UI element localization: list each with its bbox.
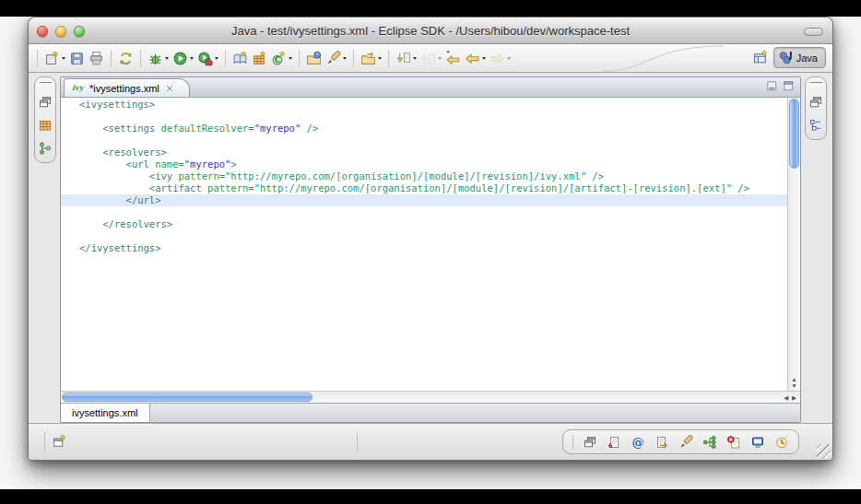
toolbar-separator [111, 50, 112, 67]
dropdown-arrow-icon[interactable] [507, 57, 511, 60]
svg-text:ivy: ivy [72, 83, 85, 92]
horizontal-scrollbar-arrows[interactable]: ◀ ▶ [784, 394, 797, 402]
toolbar-separator [140, 50, 141, 67]
last-edit-location-button[interactable]: * [443, 49, 463, 68]
status-bar: @ [29, 423, 832, 460]
run-button[interactable] [171, 49, 195, 68]
right-fastview-tray [805, 76, 827, 140]
error-log-icon[interactable] [726, 435, 741, 450]
new-java-project-button[interactable] [230, 49, 250, 68]
close-tab-icon[interactable] [165, 84, 174, 93]
workbench-area: ivy *ivysettings.xml <ivysettings> <sett… [29, 73, 832, 423]
import-button[interactable] [359, 49, 383, 68]
new-java-package-button[interactable] [250, 49, 269, 68]
svg-text:J: J [788, 50, 793, 60]
code-line [61, 135, 787, 147]
editor-tab[interactable]: ivy *ivysettings.xml [64, 78, 190, 97]
code-line: <ivy pattern="http://myrepo.com/[organis… [61, 170, 787, 182]
toolbar-separator [225, 50, 226, 67]
outline-view-icon[interactable] [808, 118, 823, 133]
problems-icon[interactable] [607, 435, 621, 450]
save-button[interactable] [67, 49, 87, 68]
dropdown-arrow-icon[interactable] [165, 57, 169, 60]
minimize-window-button[interactable] [55, 26, 66, 37]
dropdown-arrow-icon[interactable] [190, 57, 194, 60]
right-fastview-bar [804, 76, 828, 423]
editor-page-tabs: ivysettings.xml [61, 403, 800, 422]
grid-view-icon[interactable] [38, 118, 53, 133]
javadoc-icon[interactable]: @ [631, 435, 645, 450]
forward-button[interactable] [488, 49, 513, 68]
new-java-class-button[interactable]: C [269, 49, 294, 68]
zoom-window-button[interactable] [74, 26, 85, 37]
console-icon[interactable] [750, 435, 765, 450]
toolbar-separator [299, 50, 300, 67]
dropdown-arrow-icon[interactable] [378, 57, 382, 60]
vertical-scrollbar-arrows[interactable]: ▲▼ [788, 377, 800, 389]
dropdown-arrow-icon[interactable] [438, 57, 442, 60]
print-button[interactable] [87, 49, 106, 68]
code-line [61, 206, 787, 218]
fastview-drag-handle[interactable] [40, 82, 52, 86]
svg-text:@: @ [632, 435, 644, 449]
toolbar-toggle-capsule[interactable] [804, 28, 823, 36]
dropdown-arrow-icon[interactable] [215, 57, 218, 60]
editor-body: <ivysettings> <settings defaultResolver=… [61, 98, 800, 391]
page-tab-label: ivysettings.xml [72, 407, 138, 418]
show-fastview-button[interactable] [52, 434, 67, 450]
editor-tab-bar: ivy *ivysettings.xml [61, 77, 800, 98]
svg-text:*: * [446, 51, 450, 58]
vertical-scrollbar[interactable]: ▲▼ [787, 98, 800, 391]
restore-windows-icon[interactable] [38, 95, 53, 110]
external-tools-button[interactable] [195, 49, 220, 68]
code-line: <artifact pattern="http://myrepo.com/[or… [61, 182, 787, 194]
close-window-button[interactable] [37, 26, 48, 37]
synchronize-icon[interactable] [702, 435, 717, 450]
maximize-editor-button[interactable] [784, 81, 796, 93]
ivy-file-icon: ivy [70, 82, 86, 94]
java-perspective-button[interactable]: J Java [773, 47, 826, 68]
next-annotation-button[interactable] [394, 49, 419, 68]
status-separator [357, 432, 358, 452]
code-line: </url> [61, 194, 787, 206]
dropdown-arrow-icon[interactable] [62, 57, 65, 60]
title-bar[interactable]: Java - test/ivysettings.xml - Eclipse SD… [29, 18, 832, 44]
declaration-icon[interactable] [655, 435, 669, 450]
vertical-scrollbar-thumb[interactable] [789, 99, 799, 169]
open-type-button[interactable] [304, 49, 324, 68]
hierarchy-view-icon[interactable] [38, 141, 53, 156]
status-separator [44, 432, 45, 451]
back-button[interactable] [463, 49, 488, 68]
main-toolbar: C* J Java [29, 44, 832, 73]
editor-part: ivy *ivysettings.xml <ivysettings> <sett… [60, 76, 801, 423]
search-icon[interactable] [678, 435, 693, 450]
horizontal-scrollbar[interactable]: ◀ ▶ [61, 391, 800, 403]
code-line: <url name="myrepo"> [61, 158, 787, 170]
java-perspective-icon: J [778, 50, 794, 65]
dropdown-arrow-icon[interactable] [343, 57, 347, 60]
horizontal-scrollbar-thumb[interactable] [62, 393, 313, 402]
left-fastview-tray [34, 76, 56, 163]
resize-grip[interactable] [817, 444, 831, 458]
minimized-views-tray: @ [562, 429, 799, 454]
dropdown-arrow-icon[interactable] [482, 57, 486, 60]
new-wizard-button[interactable] [42, 49, 67, 68]
dropdown-arrow-icon[interactable] [289, 57, 292, 60]
editor-minmax-buttons [767, 81, 796, 93]
dropdown-arrow-icon[interactable] [413, 57, 417, 60]
restore-windows-icon[interactable] [583, 435, 597, 450]
fastview-drag-handle[interactable] [810, 82, 822, 86]
refresh-button[interactable] [116, 49, 136, 68]
toolbar-separator [353, 50, 354, 67]
code-line: </ivysettings> [61, 242, 787, 254]
previous-annotation-button[interactable] [419, 49, 443, 68]
page-tab-source[interactable]: ivysettings.xml [61, 404, 150, 422]
eclipse-window: Java - test/ivysettings.xml - Eclipse SD… [28, 17, 833, 461]
progress-icon[interactable] [774, 435, 789, 450]
debug-button[interactable] [146, 49, 171, 68]
xml-source-editor[interactable]: <ivysettings> <settings defaultResolver=… [61, 98, 787, 391]
restore-windows-icon[interactable] [808, 95, 823, 110]
open-perspective-button[interactable] [753, 50, 769, 65]
search-button[interactable] [324, 49, 348, 68]
minimize-editor-button[interactable] [767, 81, 779, 93]
